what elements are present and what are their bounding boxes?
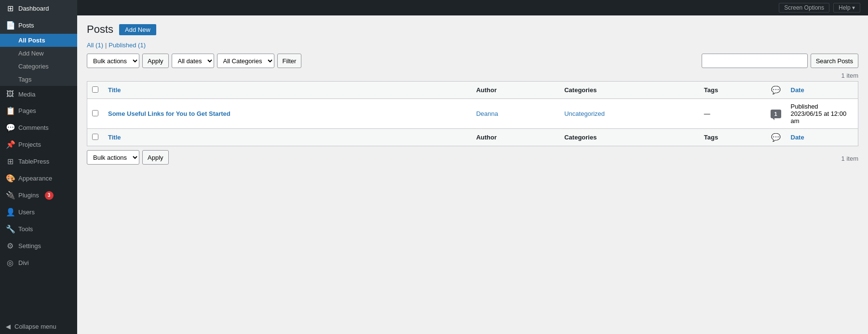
- category-link[interactable]: Uncategorized: [564, 110, 605, 117]
- tablepress-icon: ⊞: [6, 157, 14, 166]
- sidebar-item-divi[interactable]: ◎ Divi: [0, 254, 77, 271]
- sidebar-item-comments[interactable]: 💬 Comments: [0, 119, 77, 136]
- sidebar-item-label: Divi: [18, 259, 29, 266]
- footer-date: Date: [786, 129, 858, 146]
- add-new-button[interactable]: Add New: [119, 24, 156, 35]
- comments-footer-icon: 💬: [771, 133, 781, 141]
- sidebar-item-label: Appearance: [18, 175, 52, 182]
- sidebar-item-tablepress[interactable]: ⊞ TablePress: [0, 153, 77, 170]
- title-sort-link[interactable]: Title: [108, 86, 121, 94]
- sidebar-item-media[interactable]: 🖼 Media: [0, 86, 77, 102]
- row-checkbox[interactable]: [92, 110, 98, 116]
- filter-separator: |: [105, 42, 107, 49]
- date-sort-link-footer[interactable]: Date: [791, 134, 804, 141]
- header-comments: 💬: [766, 82, 786, 99]
- sidebar-item-tools[interactable]: 🔧 Tools: [0, 221, 77, 237]
- apply-button-bottom[interactable]: Apply: [142, 150, 169, 165]
- dates-filter-select[interactable]: All dates: [172, 54, 214, 68]
- toolbar-bottom: Bulk actions Apply 1 item: [87, 150, 858, 165]
- comments-header-icon: 💬: [771, 86, 781, 94]
- users-icon: 👤: [6, 208, 14, 217]
- post-title-link[interactable]: Some Useful Links for You to Get Started: [108, 110, 231, 117]
- table-footer-row: Title Author Categories Tags 💬 Date: [87, 129, 858, 146]
- categories-filter-select[interactable]: All Categories: [217, 54, 274, 68]
- sidebar-item-pages[interactable]: 📋 Pages: [0, 102, 77, 119]
- help-button[interactable]: Help ▾: [833, 3, 860, 13]
- media-icon: 🖼: [6, 90, 14, 98]
- date-label: Published: [791, 103, 818, 110]
- filter-links: All (1) | Published (1): [87, 42, 858, 49]
- sidebar-item-label: Pages: [18, 107, 36, 114]
- footer-author: Author: [471, 129, 559, 146]
- pages-icon: 📋: [6, 106, 14, 115]
- table-body: Some Useful Links for You to Get Started…: [87, 99, 858, 146]
- sidebar-item-label: Posts: [18, 22, 34, 29]
- collapse-label: Collapse menu: [14, 323, 56, 330]
- page-title: Posts: [87, 23, 113, 36]
- search-area: Search Posts: [702, 54, 858, 68]
- plugins-badge: 3: [45, 191, 54, 200]
- select-all-checkbox-footer[interactable]: [92, 134, 98, 140]
- posts-icon: 📄: [6, 21, 14, 30]
- sidebar-item-label: Settings: [18, 242, 41, 250]
- item-count-top: 1 item: [87, 72, 858, 79]
- tools-icon: 🔧: [6, 224, 14, 234]
- collapse-icon: ◀: [6, 323, 11, 330]
- comment-count-bubble: 1: [771, 110, 781, 118]
- sidebar-item-label: Media: [18, 91, 35, 98]
- sidebar-item-posts[interactable]: 📄 Posts: [0, 17, 77, 34]
- submenu-tags[interactable]: Tags: [0, 73, 77, 86]
- toolbar-top: Bulk actions Apply All dates All Categor…: [87, 54, 858, 68]
- sidebar-item-label: TablePress: [18, 158, 49, 165]
- add-new-label: Add New: [18, 50, 44, 57]
- topbar: Screen Options Help ▾: [77, 0, 868, 15]
- bulk-actions-select-bottom[interactable]: Bulk actions: [87, 150, 139, 165]
- select-all-checkbox[interactable]: [92, 86, 98, 93]
- submenu-all-posts[interactable]: All Posts: [0, 34, 77, 47]
- sidebar-item-dashboard[interactable]: ⊞ Dashboard: [0, 0, 77, 17]
- comments-bubble-link[interactable]: 1: [771, 110, 781, 117]
- sidebar-item-label: Projects: [18, 141, 41, 148]
- all-posts-label: All Posts: [18, 37, 45, 44]
- collapse-menu[interactable]: ◀ Collapse menu: [0, 319, 77, 334]
- sidebar-item-users[interactable]: 👤 Users: [0, 204, 77, 221]
- bulk-actions-select-top[interactable]: Bulk actions: [87, 54, 139, 68]
- row-title-col: Some Useful Links for You to Get Started: [103, 99, 471, 129]
- sidebar-item-appearance[interactable]: 🎨 Appearance: [0, 170, 77, 187]
- row-tags-col: —: [699, 99, 766, 129]
- divi-icon: ◎: [6, 258, 14, 267]
- filter-all-link[interactable]: All (1): [87, 42, 103, 49]
- filter-button[interactable]: Filter: [277, 54, 302, 68]
- page-header: Posts Add New: [87, 23, 858, 36]
- header-author: Author: [471, 82, 559, 99]
- footer-checkbox-col: [87, 129, 104, 146]
- search-input[interactable]: [702, 54, 808, 68]
- screen-options-button[interactable]: Screen Options: [779, 3, 829, 13]
- sidebar-item-settings[interactable]: ⚙ Settings: [0, 237, 77, 254]
- table-header: Title Author Categories Tags 💬 Date: [87, 82, 858, 99]
- header-categories: Categories: [559, 82, 699, 99]
- posts-submenu: All Posts Add New Categories Tags: [0, 34, 77, 86]
- row-comments-col: 1: [766, 99, 786, 129]
- item-count-bottom: 1 item: [172, 155, 858, 162]
- table-header-row: Title Author Categories Tags 💬 Date: [87, 82, 858, 99]
- appearance-icon: 🎨: [6, 174, 14, 183]
- footer-tags: Tags: [699, 129, 766, 146]
- categories-label: Categories: [18, 63, 49, 70]
- footer-categories: Categories: [559, 129, 699, 146]
- header-tags: Tags: [699, 82, 766, 99]
- projects-icon: 📌: [6, 140, 14, 149]
- filter-published-link[interactable]: Published (1): [108, 42, 146, 49]
- submenu-add-new[interactable]: Add New: [0, 47, 77, 60]
- apply-button-top[interactable]: Apply: [142, 54, 169, 68]
- footer-title: Title: [103, 129, 471, 146]
- search-posts-button[interactable]: Search Posts: [811, 54, 858, 68]
- sidebar-item-label: Dashboard: [18, 5, 49, 12]
- sidebar-item-projects[interactable]: 📌 Projects: [0, 136, 77, 153]
- author-link[interactable]: Deanna: [476, 110, 498, 117]
- submenu-categories[interactable]: Categories: [0, 60, 77, 73]
- settings-icon: ⚙: [6, 241, 14, 250]
- date-sort-link[interactable]: Date: [791, 86, 804, 94]
- sidebar-item-plugins[interactable]: 🔌 Plugins 3: [0, 187, 77, 204]
- title-sort-link-footer[interactable]: Title: [108, 134, 121, 141]
